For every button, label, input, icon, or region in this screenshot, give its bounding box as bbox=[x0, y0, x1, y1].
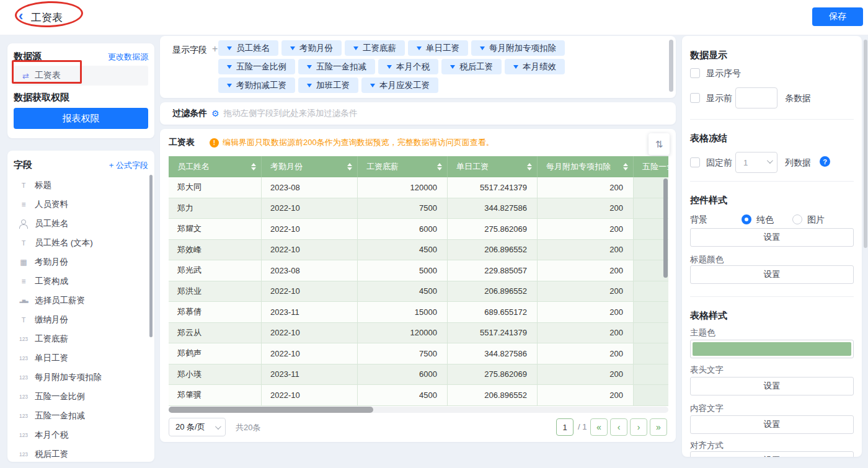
display-field-chip[interactable]: 本月个税 bbox=[378, 59, 438, 74]
page-size-select[interactable]: 20 条/页 bbox=[169, 418, 226, 436]
column-header[interactable]: 每月附加专项扣除 bbox=[538, 156, 634, 177]
column-header[interactable]: 单日工资 bbox=[448, 156, 538, 177]
table-cell bbox=[634, 281, 668, 302]
table-row[interactable]: 郑耀文2022-106000275.862069200 bbox=[169, 219, 668, 240]
display-field-chip[interactable]: 每月附加专项扣除 bbox=[471, 40, 565, 56]
table-row[interactable]: 郑鹤声2022-107500344.827586200 bbox=[169, 343, 668, 364]
table-icon: ≡ bbox=[17, 200, 30, 209]
table-cell: 200 bbox=[538, 302, 634, 323]
table-cell: 689.655172 bbox=[448, 302, 538, 323]
header-text-set-button[interactable]: 设置 bbox=[690, 377, 854, 395]
report-permission-button[interactable]: 报表权限 bbox=[14, 108, 148, 129]
align-set-button[interactable]: 设置 bbox=[690, 451, 854, 457]
field-item[interactable]: T标题 bbox=[7, 175, 154, 195]
field-item[interactable]: 123单日工资 bbox=[7, 348, 154, 368]
display-field-chip[interactable]: 五险一金扣减 bbox=[298, 59, 375, 74]
column-header[interactable]: 考勤月份 bbox=[262, 156, 358, 177]
sort-icon[interactable] bbox=[343, 163, 352, 170]
freeze-count-select[interactable]: 1 bbox=[735, 152, 777, 173]
first-page-icon[interactable]: « bbox=[590, 418, 608, 436]
field-label: 每月附加专项扣除 bbox=[35, 372, 102, 383]
table-row[interactable]: 郑肇骥2022-104500206.896552200 bbox=[169, 385, 668, 406]
gear-icon[interactable] bbox=[211, 108, 219, 118]
field-item[interactable]: ▂▅▃选择员工薪资 bbox=[7, 291, 154, 310]
prev-page-icon[interactable]: ‹ bbox=[610, 418, 627, 436]
image-radio[interactable] bbox=[792, 214, 802, 224]
field-item[interactable]: T缴纳月份 bbox=[7, 310, 154, 329]
number-icon: 123 bbox=[17, 413, 30, 419]
sort-icon[interactable] bbox=[247, 163, 256, 170]
sort-icon[interactable] bbox=[619, 163, 628, 170]
display-field-chip[interactable]: 本月绩效 bbox=[505, 59, 565, 74]
background-set-button[interactable]: 设置 bbox=[690, 228, 854, 247]
show-first-checkbox[interactable] bbox=[690, 93, 700, 103]
table-row[interactable]: 郑小瑛2023-116000275.862069200 bbox=[169, 364, 668, 386]
page-scrollbar[interactable] bbox=[864, 40, 867, 248]
pager-buttons: «‹›» bbox=[590, 418, 667, 436]
sort-icon[interactable] bbox=[433, 163, 442, 170]
display-field-chip[interactable]: 税后工资 bbox=[441, 59, 502, 74]
show-first-input[interactable] bbox=[735, 87, 777, 108]
table-horizontal-scrollbar[interactable] bbox=[169, 407, 373, 413]
sort-icon[interactable] bbox=[523, 163, 532, 170]
display-field-chip[interactable]: 本月应发工资 bbox=[361, 77, 438, 93]
field-item[interactable]: 123工资底薪 bbox=[7, 329, 154, 348]
help-icon[interactable] bbox=[820, 156, 830, 167]
display-field-chip[interactable]: 单日工资 bbox=[408, 40, 468, 56]
chips-scrollbar[interactable] bbox=[669, 40, 673, 92]
column-header[interactable]: 员工姓名 bbox=[169, 156, 262, 177]
chip-label: 税后工资 bbox=[459, 61, 493, 73]
sort-toggle-button[interactable] bbox=[649, 133, 670, 155]
chevron-down-icon bbox=[215, 423, 221, 430]
display-field-chip[interactable]: 考勤月份 bbox=[281, 40, 342, 56]
field-item[interactable]: 123五险一金扣减 bbox=[7, 406, 154, 425]
change-datasource-link[interactable]: 更改数据源 bbox=[108, 51, 148, 63]
table-vertical-scrollbar[interactable] bbox=[663, 179, 668, 278]
theme-color-picker[interactable] bbox=[690, 340, 854, 358]
table-cell: 郑耀文 bbox=[169, 219, 262, 240]
last-page-icon[interactable]: » bbox=[650, 418, 667, 436]
field-item[interactable]: 123本月个税 bbox=[7, 425, 154, 444]
display-field-chip[interactable]: 加班工资 bbox=[298, 77, 358, 93]
table-cell: 郑大同 bbox=[169, 177, 262, 198]
field-item[interactable]: 123税后工资 bbox=[7, 444, 154, 462]
show-index-checkbox[interactable] bbox=[690, 68, 700, 78]
column-header[interactable]: 工资底薪 bbox=[358, 156, 448, 177]
field-item[interactable]: 员工姓名 bbox=[7, 214, 154, 233]
table-cell: 郑光武 bbox=[169, 260, 262, 281]
save-button[interactable]: 保存 bbox=[812, 7, 863, 26]
display-field-chip[interactable]: 工资底薪 bbox=[345, 40, 405, 56]
fields-scrollbar[interactable] bbox=[149, 175, 153, 337]
field-item[interactable]: ≡工资构成 bbox=[7, 272, 154, 291]
table-row[interactable]: 郑大同2023-081200005517.241379200 bbox=[169, 177, 668, 198]
table-cell: 2022-10 bbox=[262, 240, 358, 261]
column-header[interactable]: 五险一金 bbox=[634, 156, 668, 177]
display-field-chip[interactable]: 员工姓名 bbox=[218, 40, 278, 56]
display-field-chip[interactable]: 考勤扣减工资 bbox=[218, 77, 295, 93]
title-color-set-button[interactable]: 设置 bbox=[690, 265, 854, 284]
page-number-input[interactable]: 1 bbox=[556, 418, 574, 436]
field-item[interactable]: T员工姓名 (文本) bbox=[7, 233, 154, 252]
table-row[interactable]: 郑慕倩2023-1115000689.655172200 bbox=[169, 302, 668, 323]
settings-panel: 数据显示 显示序号 显示前 条数据 表格冻结 固定前 1 列数据 控件样式 背景… bbox=[682, 36, 862, 457]
table-cell: 206.896552 bbox=[448, 385, 538, 406]
solid-color-radio[interactable] bbox=[742, 214, 751, 224]
table-row[interactable]: 郑效峰2022-104500206.896552200 bbox=[169, 240, 668, 261]
next-page-icon[interactable]: › bbox=[630, 418, 647, 436]
display-field-chip[interactable]: 五险一金比例 bbox=[218, 59, 295, 74]
field-item[interactable]: 123五险一金比例 bbox=[7, 387, 154, 406]
table-cell: 200 bbox=[538, 177, 634, 198]
table-row[interactable]: 郑云从2022-101200005517.241379200 bbox=[169, 323, 668, 344]
table-cell: 7500 bbox=[358, 343, 448, 364]
content-text-set-button[interactable]: 设置 bbox=[690, 415, 854, 434]
field-item[interactable]: 123每月附加专项扣除 bbox=[7, 368, 154, 387]
add-formula-field-link[interactable]: + 公式字段 bbox=[109, 160, 148, 171]
table-row[interactable]: 郑洪业2022-104500206.896552200 bbox=[169, 281, 668, 302]
table-row[interactable]: 郑光武2023-085000229.885057200 bbox=[169, 260, 668, 281]
freeze-checkbox[interactable] bbox=[690, 157, 700, 167]
field-item[interactable]: ≡人员资料 bbox=[7, 195, 154, 214]
table-row[interactable]: 郑力2022-107500344.827586200 bbox=[169, 198, 668, 219]
add-display-field-button[interactable]: + bbox=[212, 43, 218, 55]
field-item[interactable]: ▦考勤月份 bbox=[7, 252, 154, 272]
align-label: 对齐方式 bbox=[690, 440, 724, 451]
